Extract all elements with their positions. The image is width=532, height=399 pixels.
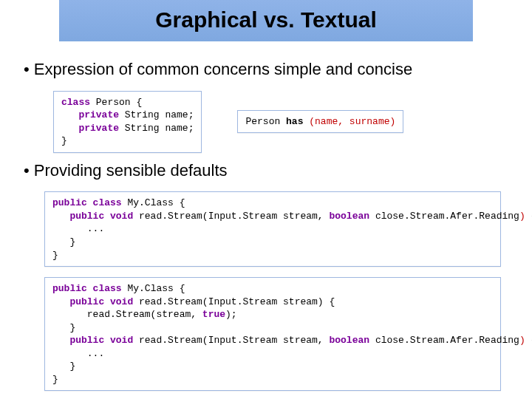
- code-box-person-dsl: Person has (name, surname): [237, 110, 403, 134]
- title-bar: Graphical vs. Textual: [59, 0, 473, 41]
- code-text: Person: [245, 116, 286, 127]
- slide-content: Expression of common concerns simple and…: [0, 41, 532, 391]
- keyword: private: [61, 109, 119, 120]
- code-text: }: [52, 361, 75, 372]
- keyword: boolean: [329, 335, 369, 346]
- code-text: (name, surname): [309, 116, 395, 127]
- code-text: Person {: [90, 97, 142, 108]
- code-text: }: [52, 250, 58, 261]
- code-text: read.Stream(Input.Stream stream,: [133, 211, 329, 222]
- keyword: public void: [52, 335, 133, 346]
- code-text: My.Class {: [122, 197, 185, 208]
- code-text: ...: [52, 223, 104, 234]
- keyword: has: [286, 116, 309, 127]
- code-text: String name;: [119, 123, 194, 134]
- code-text: {: [525, 211, 532, 222]
- page-title: Graphical vs. Textual: [59, 7, 473, 33]
- keyword: true: [202, 309, 225, 320]
- code-text: read.Stream(Input.Stream stream,: [133, 335, 329, 346]
- code-text: ): [519, 335, 525, 346]
- code-text: }: [61, 135, 67, 146]
- code-text: ): [519, 211, 525, 222]
- example-row-1: class Person { private String name; priv…: [53, 91, 508, 153]
- code-text: close.Stream.Afer.Reading: [369, 211, 519, 222]
- code-text: My.Class {: [122, 283, 185, 294]
- keyword: public class: [52, 197, 122, 208]
- code-text: String name;: [119, 109, 194, 120]
- keyword: public class: [52, 283, 122, 294]
- keyword: class: [61, 97, 90, 108]
- keyword: private: [61, 123, 119, 134]
- code-text: close.Stream.Afer.Reading: [369, 335, 519, 346]
- code-text: {: [525, 335, 532, 346]
- bullet-concise: Expression of common concerns simple and…: [24, 59, 508, 81]
- code-text: );: [225, 309, 237, 320]
- code-text: read.Stream(stream,: [52, 309, 202, 320]
- code-text: read.Stream(Input.Stream stream) {: [133, 296, 335, 307]
- code-text: }: [52, 236, 75, 248]
- code-text: }: [52, 322, 75, 333]
- keyword: public void: [52, 211, 133, 222]
- code-text: }: [52, 374, 58, 385]
- keyword: boolean: [329, 211, 369, 222]
- bullet-defaults: Providing sensible defaults: [24, 160, 508, 182]
- keyword: public void: [52, 296, 133, 307]
- code-box-person-class: class Person { private String name; priv…: [53, 91, 202, 153]
- code-box-myclass-1: public class My.Class { public void read…: [44, 191, 501, 267]
- code-text: ...: [52, 348, 104, 359]
- code-box-myclass-2: public class My.Class { public void read…: [44, 277, 501, 391]
